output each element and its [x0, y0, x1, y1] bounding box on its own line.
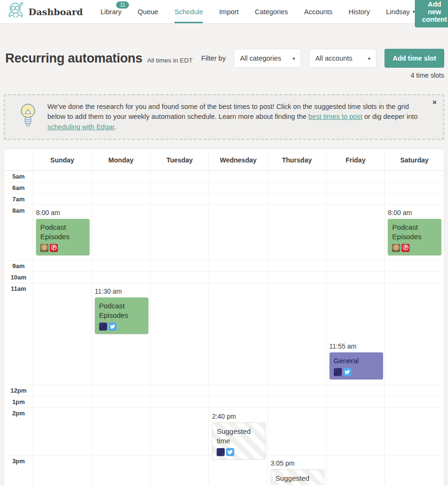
grid-cell-friday-5am[interactable] [327, 171, 385, 182]
grid-cell-wednesday-7am[interactable] [209, 194, 268, 205]
grid-cell-saturday-11am[interactable] [385, 283, 444, 385]
account-filter-select[interactable]: All accounts ▾ [309, 49, 376, 68]
nav-item-accounts[interactable]: Accounts [304, 0, 333, 23]
event-card[interactable]: Podcast Episodes [95, 297, 148, 334]
grid-cell-thursday-5am[interactable] [268, 171, 327, 182]
grid-cell-thursday-12pm[interactable] [268, 385, 327, 396]
time-label-8am: 8am [4, 205, 33, 260]
automation-time-slot: 8:00 amPodcast EpisodesⓅ [36, 209, 90, 255]
grid-cell-friday-9am[interactable] [327, 260, 385, 271]
event-card[interactable]: Suggested time [271, 469, 324, 485]
nav-item-queue[interactable]: Queue [137, 0, 158, 23]
grid-cell-monday-7am[interactable] [92, 194, 151, 205]
grid-cell-thursday-11am[interactable] [268, 283, 327, 385]
grid-cell-monday-10am[interactable] [92, 272, 151, 283]
grid-cell-monday-9am[interactable] [92, 260, 151, 271]
grid-cell-monday-8am[interactable] [92, 205, 151, 260]
twitter-icon [343, 368, 351, 376]
grid-cell-wednesday-6am[interactable] [209, 182, 268, 193]
grid-cell-tuesday-5am[interactable] [150, 171, 209, 182]
nav-item-import[interactable]: Import [219, 0, 238, 23]
brand[interactable]: Dashboard [6, 1, 90, 23]
grid-cell-sunday-10am[interactable] [33, 272, 92, 283]
nav-item-history[interactable]: History [348, 0, 370, 23]
nav-item-library[interactable]: Library 11 [101, 0, 121, 23]
grid-cell-friday-2pm[interactable] [327, 408, 385, 455]
grid-cell-wednesday-8am[interactable] [209, 205, 268, 260]
grid-cell-thursday-7am[interactable] [268, 194, 327, 205]
event-title: General [334, 356, 379, 366]
grid-cell-thursday-9am[interactable] [268, 260, 327, 271]
grid-cell-sunday-11am[interactable] [33, 283, 92, 385]
grid-cell-saturday-7am[interactable] [385, 194, 444, 205]
page-header-row: Recurring automations All times in EDT F… [4, 49, 444, 68]
grid-cell-tuesday-3pm[interactable] [150, 456, 209, 485]
grid-cell-sunday-1pm[interactable] [33, 396, 92, 407]
grid-cell-thursday-10am[interactable] [268, 272, 327, 283]
grid-cell-sunday-5am[interactable] [33, 171, 92, 182]
grid-cell-wednesday-1pm[interactable] [209, 396, 268, 407]
grid-cell-tuesday-2pm[interactable] [150, 408, 209, 455]
grid-cell-saturday-6am[interactable] [385, 182, 444, 193]
grid-cell-sunday-6am[interactable] [33, 182, 92, 193]
user-menu[interactable]: Lindsay ▾ [386, 0, 415, 23]
grid-cell-tuesday-12pm[interactable] [150, 385, 209, 396]
grid-cell-tuesday-6am[interactable] [150, 182, 209, 193]
grid-cell-wednesday-5am[interactable] [209, 171, 268, 182]
grid-cell-sunday-9am[interactable] [33, 260, 92, 271]
close-icon[interactable]: × [432, 98, 437, 106]
add-time-slot-button[interactable]: Add time slot [384, 49, 444, 68]
grid-cell-wednesday-3pm[interactable] [209, 456, 268, 485]
nav-item-schedule[interactable]: Schedule [174, 0, 203, 23]
event-time: 8:00 am [36, 209, 90, 216]
grid-cell-friday-1pm[interactable] [327, 396, 385, 407]
category-filter-select[interactable]: All categories ▾ [234, 49, 301, 68]
grid-cell-saturday-9am[interactable] [385, 260, 444, 271]
grid-cell-friday-6am[interactable] [327, 182, 385, 193]
grid-cell-sunday-2pm[interactable] [33, 408, 92, 455]
best-times-link[interactable]: best times to post [309, 113, 363, 120]
grid-cell-wednesday-12pm[interactable] [209, 385, 268, 396]
grid-cell-tuesday-8am[interactable] [150, 205, 209, 260]
grid-cell-monday-6am[interactable] [92, 182, 151, 193]
grid-cell-wednesday-10am[interactable] [209, 272, 268, 283]
grid-cell-saturday-1pm[interactable] [385, 396, 444, 407]
event-card[interactable]: Suggested time [212, 422, 265, 460]
grid-cell-monday-5am[interactable] [92, 171, 151, 182]
grid-cell-monday-2pm[interactable] [92, 408, 151, 455]
nav-item-categories[interactable]: Categories [255, 0, 288, 23]
grid-cell-friday-3pm[interactable] [327, 456, 385, 485]
grid-cell-monday-1pm[interactable] [92, 396, 151, 407]
grid-cell-thursday-6am[interactable] [268, 182, 327, 193]
grid-cell-friday-7am[interactable] [327, 194, 385, 205]
grid-cell-tuesday-1pm[interactable] [150, 396, 209, 407]
grid-cell-saturday-2pm[interactable] [385, 408, 444, 455]
scheduling-with-edgar-link[interactable]: scheduling with Edgar [47, 123, 114, 131]
chevron-down-icon: ▾ [368, 56, 370, 61]
grid-cell-sunday-3pm[interactable] [33, 456, 92, 485]
grid-cell-tuesday-10am[interactable] [150, 272, 209, 283]
grid-cell-saturday-12pm[interactable] [385, 385, 444, 396]
grid-cell-monday-3pm[interactable] [92, 456, 151, 485]
grid-cell-saturday-5am[interactable] [385, 171, 444, 182]
grid-cell-friday-8am[interactable] [327, 205, 385, 260]
grid-cell-thursday-8am[interactable] [268, 205, 327, 260]
grid-cell-tuesday-11am[interactable] [150, 283, 209, 385]
grid-cell-saturday-3pm[interactable] [385, 456, 444, 485]
grid-cell-tuesday-7am[interactable] [150, 194, 209, 205]
grid-cell-monday-12pm[interactable] [92, 385, 151, 396]
event-card[interactable]: Podcast EpisodesⓅ [36, 219, 90, 255]
grid-cell-sunday-12pm[interactable] [33, 385, 92, 396]
grid-cell-thursday-1pm[interactable] [268, 396, 327, 407]
grid-cell-sunday-7am[interactable] [33, 194, 92, 205]
grid-cell-saturday-10am[interactable] [385, 272, 444, 283]
grid-cell-tuesday-9am[interactable] [150, 260, 209, 271]
add-new-content-button[interactable]: Add new content [415, 0, 448, 27]
grid-cell-friday-12pm[interactable] [327, 385, 385, 396]
event-card[interactable]: Podcast EpisodesⓅ [388, 219, 441, 255]
grid-cell-thursday-2pm[interactable] [268, 408, 327, 455]
grid-cell-wednesday-9am[interactable] [209, 260, 268, 271]
grid-cell-wednesday-11am[interactable] [209, 283, 268, 385]
event-card[interactable]: General [329, 352, 383, 379]
grid-cell-friday-10am[interactable] [327, 272, 385, 283]
